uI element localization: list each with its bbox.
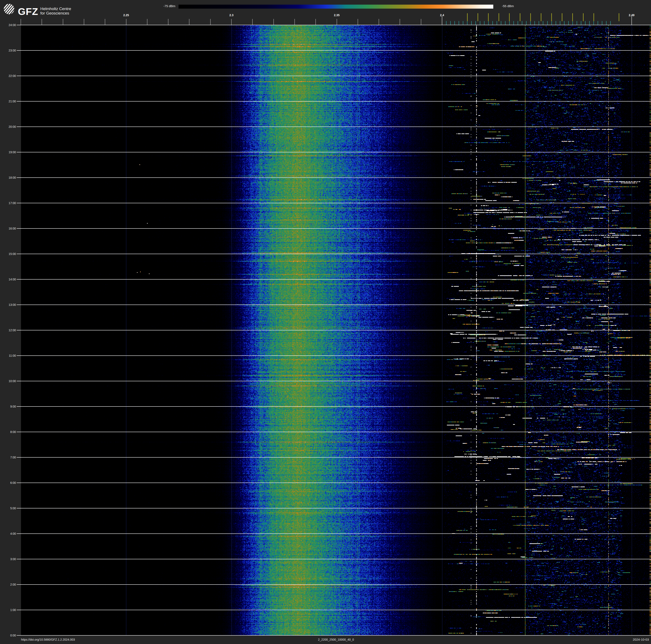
wifi-channel-tick xyxy=(541,13,541,21)
hour-gridline xyxy=(17,406,651,407)
wifi-channel-tick xyxy=(499,13,499,21)
ble-channel-tick xyxy=(552,21,552,25)
time-axis-label: 17:00 xyxy=(0,201,16,205)
freq-minor-tick xyxy=(147,19,148,25)
ble-channel-tick xyxy=(497,21,497,25)
freq-minor-tick xyxy=(252,19,253,25)
colorbar-gradient xyxy=(179,5,493,9)
freq-minor-tick xyxy=(421,19,421,25)
hour-gridline xyxy=(17,279,651,280)
hour-gridline xyxy=(17,635,651,636)
time-axis-label: 20:00 xyxy=(0,125,16,129)
freq-major-tick xyxy=(631,16,632,25)
freq-axis-label: 2.25 xyxy=(123,13,129,17)
freq-minor-tick xyxy=(294,19,295,25)
ble-channel-tick xyxy=(526,21,526,25)
ble-channel-tick xyxy=(585,21,586,25)
ble-channel-tick xyxy=(518,21,518,25)
hour-gridline xyxy=(17,508,651,508)
ble-channel-tick xyxy=(471,21,472,25)
time-axis-label: 2:00 xyxy=(0,582,16,587)
hour-gridline xyxy=(17,381,651,381)
time-axis-label: 8:00 xyxy=(0,430,16,434)
time-axis-label: 13:00 xyxy=(0,303,16,307)
hour-gridline xyxy=(17,254,651,254)
wifi-channel-tick xyxy=(583,13,584,21)
ble-channel-tick xyxy=(564,21,564,25)
freq-minor-tick xyxy=(231,19,231,25)
ble-channel-tick xyxy=(539,21,539,25)
time-axis-label: 18:00 xyxy=(0,176,16,180)
wifi-channel-tick xyxy=(572,13,573,21)
hour-gridline xyxy=(17,584,651,585)
hour-gridline xyxy=(17,50,651,51)
ble-channel-tick xyxy=(467,21,467,25)
time-axis-label: 10:00 xyxy=(0,379,16,383)
hour-gridline xyxy=(17,533,651,534)
time-axis-label: 22:00 xyxy=(0,74,16,78)
hour-gridline xyxy=(17,610,651,610)
time-axis-label: 21:00 xyxy=(0,99,16,104)
time-axis-label: 3:00 xyxy=(0,557,16,561)
hour-gridline xyxy=(17,330,651,330)
time-axis-label: 15:00 xyxy=(0,252,16,256)
time-axis-label: 5:00 xyxy=(0,506,16,510)
freq-minor-tick xyxy=(21,19,21,25)
ble-channel-tick xyxy=(480,21,480,25)
ble-channel-tick xyxy=(509,21,510,25)
ble-channel-tick xyxy=(547,21,548,25)
hour-gridline xyxy=(17,177,651,178)
hour-gridline xyxy=(17,25,651,25)
ble-channel-tick xyxy=(530,21,531,25)
ble-channel-tick xyxy=(459,21,459,25)
hour-gridline xyxy=(17,76,651,76)
hour-gridline xyxy=(17,457,651,458)
freq-minor-tick xyxy=(273,19,274,25)
spectrogram-page: GFZ Helmholtz Centre for Geosciences -75… xyxy=(0,0,651,644)
wifi-channel-tick xyxy=(551,13,552,21)
ble-channel-tick xyxy=(602,21,602,25)
freq-minor-tick xyxy=(337,19,337,25)
hour-gridline xyxy=(17,432,651,432)
header: GFZ Helmholtz Centre for Geosciences xyxy=(4,4,71,17)
freq-minor-tick xyxy=(168,19,168,25)
wifi-channel-tick xyxy=(467,13,468,21)
wifi-channel-tick xyxy=(509,13,510,21)
ble-channel-tick xyxy=(568,21,569,25)
ble-channel-tick xyxy=(492,21,493,25)
hour-gridline xyxy=(17,152,651,152)
ble-channel-tick xyxy=(522,21,522,25)
date-label: 2024-10-03 xyxy=(633,638,649,641)
institute-line2: for Geosciences xyxy=(40,11,71,16)
wifi-channel-tick xyxy=(530,13,531,21)
institute-line1: Helmholtz Centre xyxy=(40,6,71,11)
hour-gridline xyxy=(17,559,651,559)
hour-gridline xyxy=(17,126,651,127)
freq-minor-tick xyxy=(315,19,316,25)
ble-channel-tick xyxy=(560,21,560,25)
ble-channel-tick xyxy=(514,21,514,25)
freq-minor-tick xyxy=(379,19,379,25)
ble-channel-tick xyxy=(581,21,581,25)
freq-axis-label: 2.49 xyxy=(629,13,634,17)
freq-minor-tick xyxy=(400,19,400,25)
time-axis-label: 9:00 xyxy=(0,404,16,409)
time-axis-label: 14:00 xyxy=(0,277,16,282)
ble-channel-tick xyxy=(543,21,543,25)
time-axis-label: 23:00 xyxy=(0,48,16,53)
time-axis-label: 1:00 xyxy=(0,608,16,612)
wifi-channel-tick xyxy=(562,13,562,21)
hour-gridline xyxy=(17,304,651,305)
freq-minor-tick xyxy=(126,19,126,25)
wifi-channel-tick xyxy=(593,13,594,21)
freq-axis-label: 2.3 xyxy=(229,13,233,17)
ble-channel-tick xyxy=(446,21,446,25)
dataset-filename: 2_2200_2500_10000_40_0 xyxy=(21,638,651,641)
freq-minor-tick xyxy=(84,19,84,25)
ble-channel-tick xyxy=(534,21,535,25)
freq-axis-label: 2.35 xyxy=(334,13,340,17)
freq-minor-tick xyxy=(41,19,42,25)
ble-channel-tick xyxy=(505,21,505,25)
ble-channel-tick xyxy=(501,21,501,25)
time-axis-label: 4:00 xyxy=(0,531,16,536)
